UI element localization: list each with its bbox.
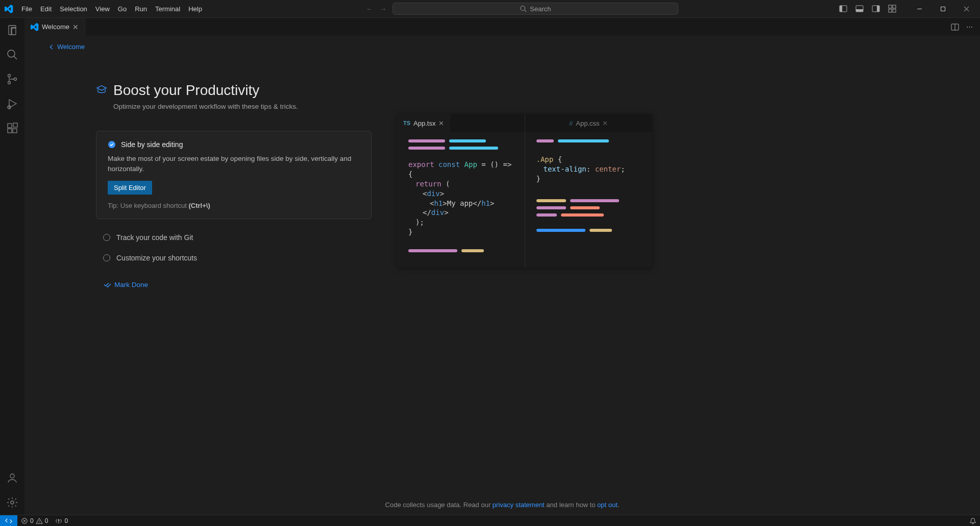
circle-open-icon <box>103 234 110 241</box>
tab-close-icon[interactable]: ✕ <box>72 23 79 31</box>
window-controls <box>908 0 978 18</box>
circle-open-icon <box>103 254 110 261</box>
title-bar: File Edit Selection View Go Run Terminal… <box>0 0 980 18</box>
close-icon: ✕ <box>602 119 608 127</box>
split-editor-icon[interactable] <box>949 21 961 33</box>
menu-bar: File Edit Selection View Go Run Terminal… <box>17 0 206 17</box>
svg-point-19 <box>8 82 11 84</box>
split-editor-button[interactable]: Split Editor <box>108 181 152 195</box>
svg-point-16 <box>8 50 15 57</box>
breadcrumb-back[interactable]: Welcome <box>45 36 88 58</box>
ports-status[interactable]: 0 <box>52 515 71 526</box>
mark-done-button[interactable]: Mark Done <box>96 275 155 294</box>
run-debug-icon[interactable] <box>0 91 24 116</box>
illus-code-css: .App { text-align: center; } <box>525 132 653 247</box>
menu-selection[interactable]: Selection <box>56 0 91 17</box>
editor-actions: ⋯ <box>949 18 980 36</box>
svg-rect-11 <box>893 9 896 12</box>
svg-rect-24 <box>13 129 17 133</box>
svg-rect-22 <box>8 124 12 128</box>
svg-rect-9 <box>893 5 896 8</box>
illus-tab-label: App.css <box>576 119 599 127</box>
privacy-statement-link[interactable]: privacy statement <box>493 501 545 509</box>
search-placeholder: Search <box>530 5 551 13</box>
error-count: 0 <box>30 517 34 524</box>
step-customize-shortcuts[interactable]: Customize your shortcuts <box>96 248 372 268</box>
menu-help[interactable]: Help <box>184 0 206 17</box>
command-center[interactable]: Search <box>393 3 678 15</box>
check-all-icon <box>103 280 111 289</box>
svg-point-35 <box>39 522 39 522</box>
ports-count: 0 <box>64 517 68 524</box>
toggle-panel-icon[interactable] <box>852 2 867 16</box>
close-button[interactable] <box>954 0 978 18</box>
toggle-primary-sidebar-icon[interactable] <box>836 2 850 16</box>
menu-terminal[interactable]: Terminal <box>151 0 184 17</box>
explorer-icon[interactable] <box>0 18 24 42</box>
warning-icon <box>36 517 43 524</box>
title-right-controls <box>836 0 980 18</box>
menu-edit[interactable]: Edit <box>36 0 56 17</box>
svg-rect-13 <box>941 7 945 11</box>
tab-welcome[interactable]: Welcome ✕ <box>24 18 85 36</box>
more-actions-icon[interactable]: ⋯ <box>964 21 975 33</box>
svg-rect-8 <box>889 5 892 8</box>
menu-go[interactable]: Go <box>114 0 131 17</box>
step-description: Make the most of your screen estate by o… <box>108 154 360 174</box>
step-side-by-side: Side by side editing Make the most of yo… <box>96 131 372 219</box>
svg-point-27 <box>11 501 14 504</box>
editor-area: Welcome ✕ ⋯ Welcome <box>24 18 980 515</box>
source-control-icon[interactable] <box>0 67 24 91</box>
step-title: Side by side editing <box>121 140 183 149</box>
graduation-cap-icon <box>96 84 107 95</box>
maximize-button[interactable] <box>931 0 954 18</box>
illus-tab-app-css: # App.css ✕ <box>563 114 614 132</box>
illus-code-tsx: export const App = () => { return ( <div… <box>397 132 525 268</box>
notifications-status[interactable] <box>966 515 980 526</box>
menu-view[interactable]: View <box>91 0 114 17</box>
customize-layout-icon[interactable] <box>885 2 899 16</box>
step-label: Customize your shortcuts <box>116 254 197 262</box>
nav-back-icon[interactable]: ← <box>364 4 375 14</box>
svg-point-26 <box>10 474 14 478</box>
extensions-icon[interactable] <box>0 116 24 140</box>
step-track-git[interactable]: Track your code with Git <box>96 227 372 248</box>
search-icon <box>520 5 527 12</box>
svg-rect-3 <box>840 6 842 12</box>
minimize-button[interactable] <box>908 0 931 18</box>
welcome-content: Welcome Boost your Productivity Optimize… <box>24 36 980 515</box>
page-title: Boost your Productivity <box>113 82 298 99</box>
menu-file[interactable]: File <box>17 0 36 17</box>
radio-tower-icon <box>55 517 62 524</box>
menu-run[interactable]: Run <box>131 0 151 17</box>
problems-status[interactable]: 0 0 <box>17 515 52 526</box>
svg-line-1 <box>525 10 527 12</box>
tip-text: Tip: Use keyboard shortcut (Ctrl+\) <box>108 202 360 209</box>
svg-rect-25 <box>13 123 17 127</box>
svg-line-17 <box>14 56 17 59</box>
vscode-icon <box>31 23 39 31</box>
status-bar: 0 0 0 <box>0 515 980 526</box>
opt-out-link[interactable]: opt out <box>597 501 618 509</box>
check-filled-icon <box>108 140 116 149</box>
step-label: Track your code with Git <box>116 233 193 242</box>
telemetry-notice: Code collects usage data. Read our priva… <box>24 501 980 509</box>
activity-bar <box>0 18 24 515</box>
svg-rect-23 <box>8 129 12 133</box>
breadcrumb-label: Welcome <box>57 43 85 51</box>
bell-icon <box>969 517 976 524</box>
illus-tab-label: App.tsx <box>413 119 435 127</box>
toggle-secondary-sidebar-icon[interactable] <box>869 2 883 16</box>
mark-done-label: Mark Done <box>114 281 148 289</box>
svg-point-0 <box>521 6 525 11</box>
nav-arrows: ← → <box>364 4 388 14</box>
search-activity-icon[interactable] <box>0 42 24 67</box>
svg-rect-10 <box>889 9 892 12</box>
nav-forward-icon[interactable]: → <box>378 4 388 14</box>
accounts-icon[interactable] <box>0 466 24 490</box>
settings-gear-icon[interactable] <box>0 490 24 515</box>
split-editor-illustration: TS App.tsx ✕ export const App = () => { … <box>397 114 652 268</box>
remote-indicator[interactable] <box>0 515 17 526</box>
close-icon: ✕ <box>438 119 444 127</box>
svg-rect-5 <box>856 9 863 12</box>
